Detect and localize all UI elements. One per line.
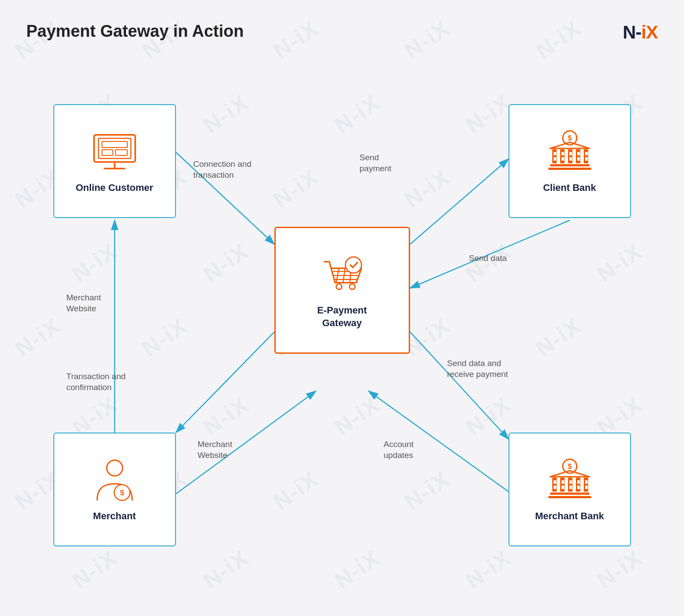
logo-prefix: N- (623, 22, 641, 42)
label-send-data: Send data (469, 253, 522, 264)
page-title: Payment Gateway in Action (26, 22, 244, 41)
svg-rect-70 (585, 486, 588, 489)
diagram: Online Customer $ (27, 56, 657, 603)
svg-rect-28 (548, 168, 591, 170)
epayment-gateway-icon (318, 252, 366, 300)
svg-rect-14 (102, 141, 127, 148)
merchant-bank-icon: $ (546, 458, 594, 506)
svg-rect-58 (584, 478, 588, 492)
svg-rect-15 (102, 150, 113, 155)
node-merchant-bank: $ (509, 433, 631, 546)
svg-rect-24 (568, 149, 572, 163)
svg-rect-16 (116, 150, 127, 155)
svg-rect-59 (550, 493, 589, 495)
svg-rect-63 (569, 480, 572, 484)
svg-rect-32 (577, 152, 580, 155)
svg-rect-33 (585, 152, 588, 155)
svg-rect-25 (576, 149, 580, 163)
label-connection-transaction: Connection andtransaction (193, 159, 263, 180)
nodes-layer: Online Customer $ (27, 56, 657, 603)
node-merchant: $ Merchant (53, 433, 176, 546)
client-bank-icon: $ (546, 129, 594, 177)
label-account-updates: Accountupdates (384, 439, 441, 461)
svg-rect-55 (560, 478, 565, 492)
svg-text:$: $ (120, 489, 124, 497)
svg-rect-31 (569, 152, 572, 155)
svg-rect-60 (548, 496, 591, 498)
header: Payment Gateway in Action N-iX (26, 22, 658, 43)
svg-rect-57 (576, 478, 580, 492)
online-customer-label: Online Customer (76, 182, 153, 194)
node-client-bank: $ (509, 104, 631, 218)
online-customer-icon (91, 129, 139, 177)
merchant-label: Merchant (93, 510, 136, 523)
svg-text:$: $ (568, 463, 572, 470)
svg-rect-12 (94, 135, 135, 162)
logo: N-iX (623, 22, 658, 43)
label-send-payment: Sendpayment (360, 152, 417, 174)
merchant-bank-label: Merchant Bank (535, 510, 604, 523)
svg-rect-66 (554, 486, 556, 489)
svg-text:$: $ (568, 134, 572, 142)
svg-rect-65 (585, 480, 588, 484)
label-transaction-confirmation: Transaction andconfirmation (67, 371, 137, 393)
svg-rect-56 (568, 478, 572, 492)
svg-rect-35 (561, 157, 564, 161)
svg-point-48 (107, 460, 123, 476)
svg-point-45 (336, 284, 342, 290)
label-send-data-receive-payment: Send data andreceive payment (447, 358, 522, 380)
svg-rect-37 (577, 157, 580, 161)
svg-rect-67 (561, 486, 564, 489)
label-merchant-website-top: MerchantWebsite (67, 292, 128, 314)
svg-rect-27 (550, 164, 589, 166)
svg-rect-36 (569, 157, 572, 161)
svg-rect-22 (552, 149, 557, 163)
svg-rect-68 (569, 486, 572, 489)
merchant-icon: $ (91, 458, 139, 506)
client-bank-label: Client Bank (543, 182, 596, 194)
label-merchant-website-bottom: MerchantWebsite (198, 439, 259, 461)
node-epayment-gateway: E-Payment Gateway (274, 227, 410, 354)
logo-suffix: iX (641, 22, 658, 42)
svg-rect-34 (554, 157, 556, 161)
page: Payment Gateway in Action N-iX (0, 0, 684, 616)
svg-rect-30 (561, 152, 564, 155)
svg-point-47 (345, 257, 361, 273)
svg-rect-69 (577, 486, 580, 489)
svg-rect-61 (554, 480, 556, 484)
epayment-gateway-label: E-Payment Gateway (317, 304, 367, 329)
svg-rect-38 (585, 157, 588, 161)
svg-rect-54 (552, 478, 557, 492)
svg-rect-64 (577, 480, 580, 484)
svg-rect-23 (560, 149, 565, 163)
svg-rect-62 (561, 480, 564, 484)
node-online-customer: Online Customer (53, 104, 176, 218)
svg-rect-26 (584, 149, 588, 163)
svg-rect-29 (554, 152, 556, 155)
svg-point-46 (349, 284, 355, 290)
